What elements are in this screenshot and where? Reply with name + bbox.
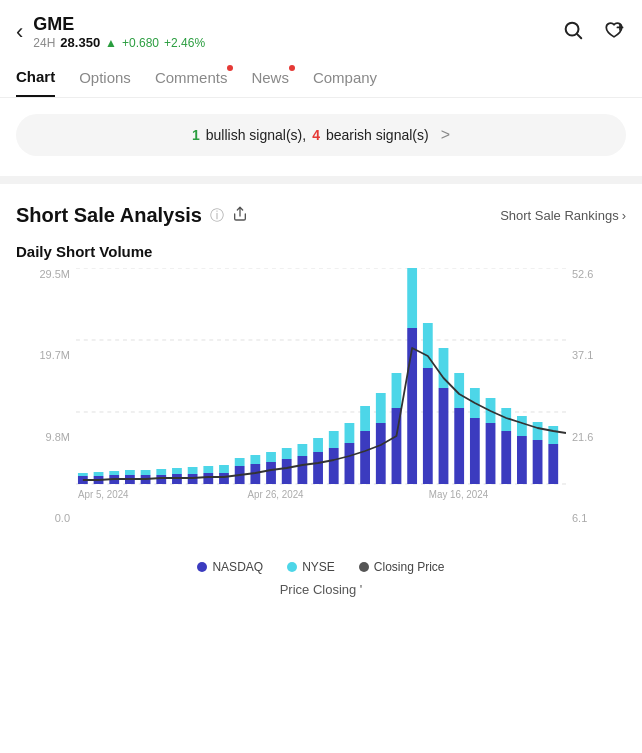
signal-arrow-icon: >: [441, 126, 450, 144]
legend-nyse: NYSE: [287, 560, 335, 574]
price-change-pct: +2.46%: [164, 36, 205, 50]
y-right-0: 52.6: [572, 268, 610, 280]
y-axis-right: 52.6 37.1 21.6 6.1: [572, 268, 610, 548]
closing-label: Closing Price: [374, 560, 445, 574]
chart-area: 29.5M 19.7M 9.8M 0.0 52.6 37.1 21.6 6.1: [16, 268, 626, 548]
svg-rect-67: [533, 440, 543, 484]
svg-rect-37: [297, 456, 307, 484]
svg-rect-21: [172, 474, 182, 484]
svg-rect-65: [517, 436, 527, 484]
svg-rect-66: [517, 416, 527, 436]
svg-rect-23: [188, 474, 198, 484]
bullish-count: 1: [192, 127, 200, 143]
svg-text:Apr 26, 2024: Apr 26, 2024: [248, 489, 305, 500]
section-title-row: Short Sale Analysis ⓘ: [16, 204, 248, 227]
y-left-1: 19.7M: [32, 349, 70, 361]
svg-rect-18: [141, 470, 151, 475]
svg-rect-50: [392, 373, 402, 408]
search-icon[interactable]: [562, 19, 584, 46]
y-right-1: 37.1: [572, 349, 610, 361]
svg-rect-38: [297, 444, 307, 456]
svg-rect-43: [345, 443, 355, 484]
bearish-text: bearish signal(s): [326, 127, 429, 143]
price-value: 28.350: [60, 35, 100, 50]
chart-svg: Apr 5, 2024 Apr 26, 2024 May 16, 2024: [76, 268, 566, 548]
watchlist-icon[interactable]: [602, 19, 626, 46]
svg-rect-52: [407, 268, 417, 328]
svg-rect-12: [94, 472, 104, 476]
svg-rect-39: [313, 452, 323, 484]
bottom-price-label: Price Closing ': [16, 582, 626, 607]
tab-options[interactable]: Options: [79, 61, 131, 96]
svg-rect-16: [125, 470, 135, 475]
svg-rect-59: [470, 418, 480, 484]
nasdaq-dot: [197, 562, 207, 572]
svg-rect-27: [219, 473, 229, 484]
header-left: ‹ GME 24H 28.350 ▲ +0.680 +2.46%: [16, 14, 205, 50]
y-left-2: 9.8M: [32, 431, 70, 443]
closing-dot: [359, 562, 369, 572]
svg-rect-69: [548, 444, 558, 484]
chart-legend: NASDAQ NYSE Closing Price: [16, 560, 626, 574]
section-header: Short Sale Analysis ⓘ Short Sale Ranking…: [16, 204, 626, 227]
ticker-label: GME: [33, 14, 205, 35]
svg-rect-57: [454, 408, 464, 484]
tab-company[interactable]: Company: [313, 61, 377, 96]
tab-comments[interactable]: Comments: [155, 61, 228, 96]
header: ‹ GME 24H 28.350 ▲ +0.680 +2.46%: [0, 0, 642, 58]
svg-rect-26: [203, 466, 213, 473]
svg-rect-14: [109, 471, 119, 475]
stock-info: GME 24H 28.350 ▲ +0.680 +2.46%: [33, 14, 205, 50]
y-right-3: 6.1: [572, 512, 610, 524]
news-dot: [289, 65, 295, 71]
svg-text:Apr 5, 2024: Apr 5, 2024: [78, 489, 129, 500]
share-icon[interactable]: [232, 206, 248, 225]
legend-nasdaq: NASDAQ: [197, 560, 263, 574]
svg-rect-28: [219, 465, 229, 473]
chart-subtitle: Daily Short Volume: [16, 243, 626, 260]
svg-rect-20: [156, 469, 166, 475]
svg-rect-47: [376, 423, 386, 484]
y-axis-left: 29.5M 19.7M 9.8M 0.0: [32, 268, 70, 548]
svg-rect-35: [282, 459, 292, 484]
y-left-0: 29.5M: [32, 268, 70, 280]
short-sale-section: Short Sale Analysis ⓘ Short Sale Ranking…: [0, 184, 642, 607]
svg-rect-22: [172, 468, 182, 474]
tab-news[interactable]: News: [251, 61, 289, 96]
svg-rect-53: [423, 368, 433, 484]
svg-rect-48: [376, 393, 386, 423]
header-right: [562, 19, 626, 46]
section-divider: [0, 176, 642, 184]
svg-rect-24: [188, 467, 198, 474]
comments-dot: [227, 65, 233, 71]
svg-rect-30: [235, 458, 245, 466]
svg-line-1: [577, 34, 581, 38]
timeframe-label: 24H: [33, 36, 55, 50]
tabs: Chart Options Comments News Company: [0, 60, 642, 98]
svg-rect-10: [78, 473, 88, 476]
svg-rect-44: [345, 423, 355, 443]
nyse-dot: [287, 562, 297, 572]
back-button[interactable]: ‹: [16, 19, 23, 45]
svg-rect-32: [250, 455, 260, 464]
svg-rect-45: [360, 431, 370, 484]
svg-rect-40: [313, 438, 323, 452]
section-title: Short Sale Analysis: [16, 204, 202, 227]
chart-container: 29.5M 19.7M 9.8M 0.0 52.6 37.1 21.6 6.1: [32, 268, 610, 548]
price-row: 24H 28.350 ▲ +0.680 +2.46%: [33, 35, 205, 50]
y-right-2: 21.6: [572, 431, 610, 443]
svg-rect-61: [486, 423, 496, 484]
short-sale-rankings-link[interactable]: Short Sale Rankings ›: [500, 208, 626, 223]
signal-bar[interactable]: 1 bullish signal(s), 4 bearish signal(s)…: [16, 114, 626, 156]
info-icon[interactable]: ⓘ: [210, 207, 224, 225]
legend-closing: Closing Price: [359, 560, 445, 574]
svg-rect-34: [266, 452, 276, 462]
y-left-3: 0.0: [32, 512, 70, 524]
nyse-label: NYSE: [302, 560, 335, 574]
svg-rect-70: [548, 426, 558, 444]
bearish-count: 4: [312, 127, 320, 143]
svg-rect-33: [266, 462, 276, 484]
svg-rect-68: [533, 422, 543, 440]
svg-rect-36: [282, 448, 292, 459]
tab-chart[interactable]: Chart: [16, 60, 55, 97]
